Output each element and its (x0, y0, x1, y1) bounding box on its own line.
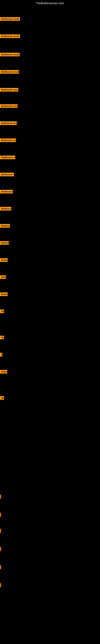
bottleneck-badge: Bottleneck result (0, 70, 19, 74)
bottleneck-badge: Bottleneck result (0, 53, 20, 56)
small-bar (0, 583, 1, 587)
bottleneck-badge: Bottleneck result (0, 121, 17, 125)
bottleneck-badge: Bottleneck res (0, 207, 11, 210)
bottleneck-badge: Bottle (0, 370, 7, 374)
bottleneck-badge: Bo (0, 336, 4, 339)
bottleneck-badge: Bottleneck resul (0, 156, 15, 159)
bottleneck-badge: Bottleneck resu (0, 173, 14, 176)
bottleneck-badge: Bottleneck result (0, 88, 18, 92)
bottleneck-badge: Bottl (0, 275, 6, 279)
bottleneck-badge: Bottlenec (0, 292, 8, 296)
small-bar (0, 529, 1, 533)
bottleneck-badge: Bottleneck result (0, 34, 20, 38)
small-bar (0, 547, 1, 551)
small-bar (0, 495, 1, 499)
bottleneck-badge: Bottleneck res (0, 224, 10, 228)
bottleneck-badge: Bottleneck re (0, 241, 9, 245)
small-bar (0, 513, 1, 517)
bottleneck-badge: Bo (0, 396, 4, 400)
bottleneck-badge: B (0, 353, 2, 356)
bottleneck-badge: Bo (0, 310, 4, 313)
small-bar (0, 565, 1, 569)
bottleneck-badge: Bottlenec (0, 258, 8, 262)
bottleneck-badge: Bottleneck result (0, 17, 20, 21)
badges-container: Bottleneck resultBottleneck resultBottle… (0, 6, 100, 644)
site-title: TheBottlenecker.com (0, 0, 100, 6)
bottleneck-badge: Bottleneck result (0, 138, 16, 142)
bottleneck-badge: Bottleneck resu (0, 190, 13, 194)
bottleneck-badge: Bottleneck resul (0, 104, 18, 108)
